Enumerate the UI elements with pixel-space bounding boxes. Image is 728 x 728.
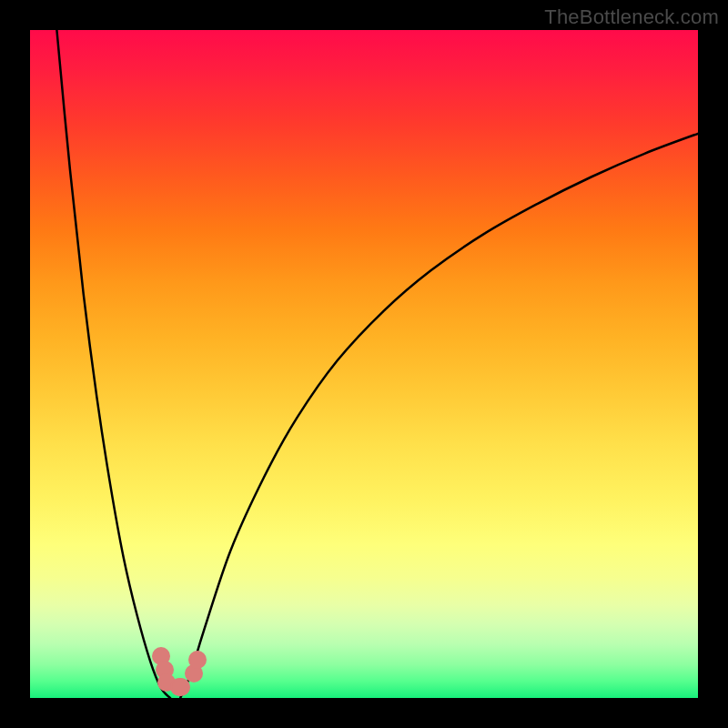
plot-area <box>30 30 698 698</box>
watermark-text: TheBottleneck.com <box>544 5 719 29</box>
curve-left-branch <box>56 30 170 698</box>
chart-frame: TheBottleneck.com <box>0 0 728 728</box>
cluster-point <box>188 651 207 669</box>
curve-layer <box>30 30 698 698</box>
curve-right-branch <box>180 134 698 698</box>
